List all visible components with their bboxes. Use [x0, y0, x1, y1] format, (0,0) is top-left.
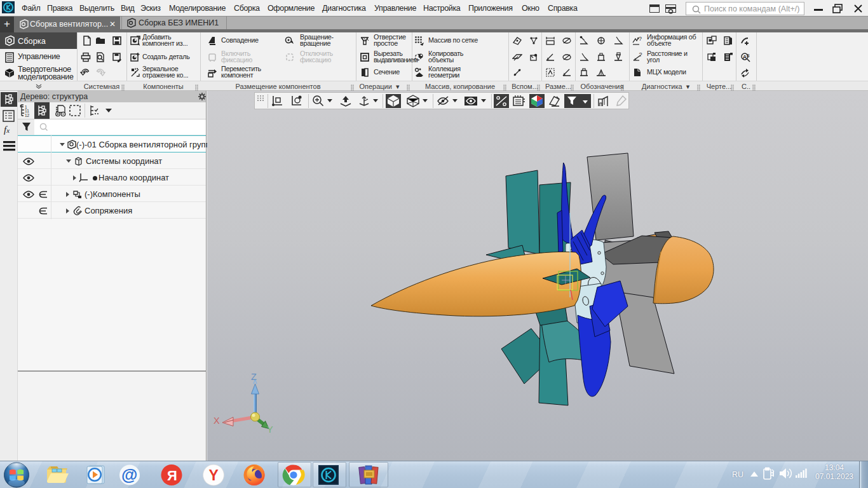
svg-text:X: X	[214, 416, 220, 426]
svg-text:Y: Y	[209, 467, 219, 484]
svg-text:@: @	[121, 465, 137, 484]
svg-text:?: ?	[639, 36, 642, 42]
svg-text:12: 12	[25, 113, 30, 118]
svg-text:Y: Y	[267, 424, 273, 435]
svg-text:Z: Z	[251, 372, 257, 382]
svg-text:Я: Я	[167, 468, 177, 484]
svg-text:B: B	[747, 53, 750, 58]
svg-text:?: ?	[639, 52, 642, 58]
svg-text:11: 11	[25, 109, 29, 113]
